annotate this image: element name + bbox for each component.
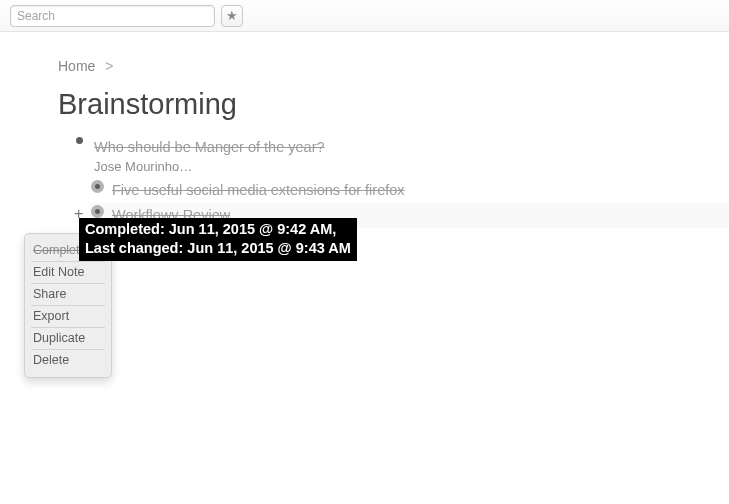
breadcrumb: Home > — [58, 58, 729, 74]
menu-item-edit-note[interactable]: Edit Note — [31, 262, 105, 284]
timestamp-tooltip: Completed: Jun 11, 2015 @ 9:42 AM, Last … — [79, 218, 357, 261]
menu-item-delete[interactable]: Delete — [31, 350, 105, 371]
list-item[interactable]: Who should be Manger of the year? — [72, 135, 729, 160]
list-item[interactable]: Five useful social media extensions for … — [90, 178, 729, 203]
menu-item-export[interactable]: Export — [31, 306, 105, 328]
top-toolbar: ★ — [0, 0, 729, 32]
active-item-wrapper: + Workflowy Review Completed: Jun 11, 20… — [58, 203, 729, 228]
item-text[interactable]: Who should be Manger of the year? — [94, 137, 325, 158]
search-input[interactable] — [10, 5, 215, 27]
star-icon: ★ — [226, 8, 238, 23]
item-note[interactable]: Jose Mourinho… — [94, 159, 729, 174]
bullet-expand-icon[interactable] — [90, 180, 104, 193]
breadcrumb-separator: > — [105, 58, 113, 74]
star-button[interactable]: ★ — [221, 5, 243, 27]
item-text[interactable]: Five useful social media extensions for … — [112, 180, 405, 201]
content-area: Home > Brainstorming Who should be Mange… — [0, 32, 729, 228]
breadcrumb-home[interactable]: Home — [58, 58, 95, 74]
menu-item-share[interactable]: Share — [31, 284, 105, 306]
page-title[interactable]: Brainstorming — [58, 88, 729, 121]
menu-item-duplicate[interactable]: Duplicate — [31, 328, 105, 350]
bullet-expand-icon[interactable] — [90, 205, 104, 218]
tooltip-line-completed: Completed: Jun 11, 2015 @ 9:42 AM, — [85, 220, 351, 239]
bullet-icon[interactable] — [72, 137, 86, 144]
tooltip-line-changed: Last changed: Jun 11, 2015 @ 9:43 AM — [85, 239, 351, 258]
outline-list: Who should be Manger of the year? Jose M… — [58, 135, 729, 228]
